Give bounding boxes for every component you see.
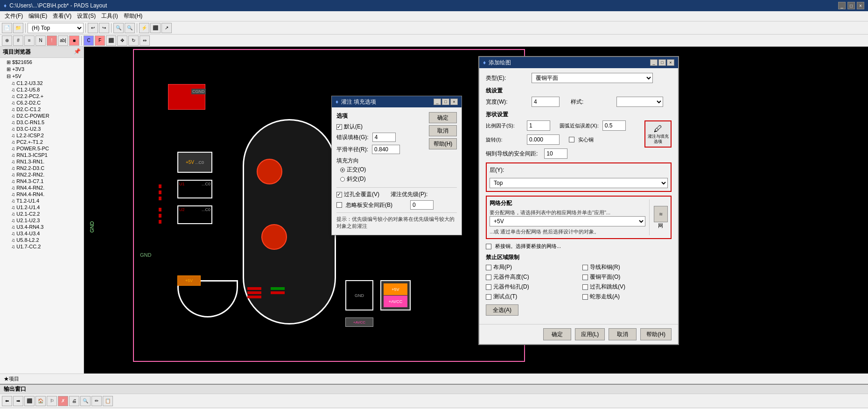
new-button[interactable]: 📄 bbox=[2, 23, 12, 33]
tree-item-rn4rn2[interactable]: ♫ RN4.4-RN2. bbox=[1, 184, 83, 191]
menu-help[interactable]: 帮助(H) bbox=[121, 11, 146, 21]
via-cover-checkbox[interactable] bbox=[336, 192, 342, 197]
layer-select-main[interactable]: Top bbox=[490, 178, 668, 188]
main-dialog-minimize[interactable]: _ bbox=[650, 59, 658, 66]
tree-item-rn2rn2[interactable]: ♫ RN2.2-RN2. bbox=[1, 171, 83, 178]
menu-edit[interactable]: 编辑(E) bbox=[26, 11, 50, 21]
select-button[interactable]: ↗ bbox=[161, 23, 172, 33]
layer-button[interactable]: ≡ bbox=[24, 35, 35, 46]
copper-clearance-input[interactable] bbox=[544, 148, 567, 159]
out-btn-4[interactable]: 🏠 bbox=[35, 396, 46, 406]
grid-button[interactable]: # bbox=[13, 35, 23, 46]
arc-error-input[interactable] bbox=[602, 120, 626, 131]
comp-button[interactable]: C bbox=[84, 35, 94, 46]
ignore-board-checkbox[interactable] bbox=[336, 202, 342, 208]
tree-item-pc2t1[interactable]: ♫ PC2.+-T1.2 bbox=[1, 139, 83, 145]
tree-item-pow5[interactable]: ♫ POWER.5-PC bbox=[1, 145, 83, 152]
type-select[interactable]: 覆铜平面 bbox=[532, 73, 653, 83]
default-checkbox[interactable] bbox=[336, 124, 342, 130]
out-btn-3[interactable]: ⬛ bbox=[24, 396, 35, 406]
pour2-button[interactable]: ⬛ bbox=[106, 35, 116, 46]
tree-item-u2u2[interactable]: ♫ U2.1-U2.3 bbox=[1, 217, 83, 224]
net-button[interactable]: N bbox=[35, 35, 46, 46]
tree-item-rn1rn1[interactable]: ♫ RN1.3-RN1. bbox=[1, 158, 83, 165]
snap-button[interactable]: ⊕ bbox=[2, 35, 12, 46]
priority-input[interactable] bbox=[410, 200, 434, 210]
tree-item-rn1icsp[interactable]: ♫ RN1.3-ICSP1 bbox=[1, 152, 83, 158]
menu-tools[interactable]: 工具(I) bbox=[98, 11, 120, 21]
mirror-button[interactable]: ⇔ bbox=[140, 35, 150, 46]
tree-item-d2pow[interactable]: ♫ D2.C-POWER bbox=[1, 113, 83, 119]
main-help-button[interactable]: 帮助(H) bbox=[640, 328, 672, 340]
solid-copper-checkbox[interactable] bbox=[569, 137, 574, 142]
style-select[interactable] bbox=[616, 97, 663, 107]
main-apply-button[interactable]: 应用(L) bbox=[575, 328, 605, 340]
copper-plane-checkbox[interactable] bbox=[582, 275, 588, 280]
tree-item-net2[interactable]: ⊞ +3V3 bbox=[1, 66, 83, 73]
sidebar-tree[interactable]: ⊞ $$21656 ⊞ +3V3 ⊟ +5V ♫ C1.2-U3.32 ♫ C1… bbox=[0, 58, 84, 374]
color-button[interactable]: ■ bbox=[69, 35, 79, 46]
tree-item-u1cc[interactable]: ♫ U1.7-CC.2 bbox=[1, 243, 83, 250]
tree-item-u3u3[interactable]: ♫ U3.4-U3.4 bbox=[1, 230, 83, 237]
select-all-button[interactable]: 全选(A) bbox=[486, 304, 518, 316]
smooth-radius-input[interactable] bbox=[372, 145, 400, 154]
tree-item-net3[interactable]: ⊟ +5V bbox=[1, 73, 83, 80]
out-btn-2[interactable]: ➡ bbox=[13, 396, 23, 406]
tree-item-u1u1[interactable]: ♫ U1.2-U1.4 bbox=[1, 204, 83, 211]
comp-drill-checkbox[interactable] bbox=[486, 284, 491, 290]
tree-item-net1[interactable]: ⊞ $$21656 bbox=[1, 59, 83, 66]
out-btn-9[interactable]: ✏ bbox=[91, 396, 102, 406]
route-button[interactable]: ⚡ bbox=[139, 23, 149, 33]
move-button[interactable]: ✥ bbox=[117, 35, 127, 46]
out-btn-10[interactable]: 📋 bbox=[103, 396, 113, 406]
tree-item-c6d2[interactable]: ♫ C6.2-D2.C bbox=[1, 99, 83, 106]
tree-item-u2c2[interactable]: ♫ U2.1-C2.2 bbox=[1, 211, 83, 217]
error-fill-input[interactable] bbox=[372, 133, 396, 142]
tree-item-c1u3[interactable]: ♫ C1.2-U3.32 bbox=[1, 80, 83, 86]
fill-ok-button[interactable]: 确定 bbox=[429, 112, 457, 123]
tree-item-c1u5[interactable]: ♫ C1.2-U5.8 bbox=[1, 86, 83, 93]
bridge-checkbox[interactable] bbox=[486, 244, 491, 249]
scale-input[interactable] bbox=[527, 120, 550, 131]
tree-item-rn4rn4[interactable]: ♫ RN4.4-RN4. bbox=[1, 191, 83, 197]
fill-dialog-close[interactable]: × bbox=[450, 99, 458, 105]
via-jump-checkbox[interactable] bbox=[582, 284, 588, 290]
rotate-button[interactable]: ↻ bbox=[128, 35, 139, 46]
zoom-in-button[interactable]: 🔍 bbox=[113, 23, 124, 33]
comp-height-checkbox[interactable] bbox=[486, 275, 491, 280]
tree-item-rn4c7[interactable]: ♫ RN4.3-C7.1 bbox=[1, 178, 83, 184]
tree-item-c2pc2[interactable]: ♫ C2.2-PC2.+ bbox=[1, 93, 83, 99]
layout-checkbox[interactable] bbox=[486, 265, 491, 270]
abc-button[interactable]: ab| bbox=[58, 35, 68, 46]
main-dialog-maximize[interactable]: □ bbox=[658, 59, 666, 66]
fill-dialog-minimize[interactable]: _ bbox=[434, 99, 441, 105]
maximize-button[interactable]: □ bbox=[847, 2, 855, 9]
minimize-button[interactable]: _ bbox=[838, 2, 846, 9]
main-cancel-button[interactable]: 取消 bbox=[609, 328, 637, 340]
redo-button[interactable]: ↪ bbox=[99, 23, 109, 33]
tree-item-l2icsp[interactable]: ♫ L2.2-ICSP.2 bbox=[1, 132, 83, 139]
main-ok-button[interactable]: 确定 bbox=[543, 328, 571, 340]
fill-dialog-maximize[interactable]: □ bbox=[442, 99, 449, 105]
sidebar-pin[interactable]: 📌 bbox=[74, 48, 81, 56]
out-btn-6[interactable]: ✗ bbox=[58, 396, 68, 406]
tree-item-d3u2[interactable]: ♫ D3.C-U2.3 bbox=[1, 126, 83, 132]
fill-cancel-button[interactable]: 取消 bbox=[429, 125, 457, 136]
pour-button[interactable]: ⬛ bbox=[150, 23, 161, 33]
fill-options-button[interactable]: 🖊 灌注与填充选项 bbox=[644, 120, 672, 148]
fill-button[interactable]: F bbox=[95, 35, 105, 46]
diagonal-radio[interactable] bbox=[340, 177, 345, 182]
tree-item-t1u1[interactable]: ♫ T1.2-U1.4 bbox=[1, 197, 83, 204]
fill-help-button[interactable]: 帮助(H) bbox=[429, 138, 457, 149]
menu-file[interactable]: 文件(F) bbox=[2, 11, 26, 21]
tree-item-rn2d3[interactable]: ♫ RN2.2-D3.C bbox=[1, 165, 83, 171]
tree-item-u5l2[interactable]: ♫ U5.8-L2.2 bbox=[1, 237, 83, 243]
net-icon-button[interactable]: ≋ 网 bbox=[649, 199, 668, 235]
out-btn-7[interactable]: 🖨 bbox=[69, 396, 79, 406]
drc-button[interactable]: ! bbox=[47, 35, 57, 46]
width-input[interactable] bbox=[532, 97, 560, 107]
positive-radio[interactable] bbox=[340, 168, 345, 172]
rotation-input[interactable] bbox=[527, 134, 560, 145]
out-btn-8[interactable]: 🔍 bbox=[80, 396, 91, 406]
layer-select[interactable]: (H) Top bbox=[28, 23, 84, 33]
